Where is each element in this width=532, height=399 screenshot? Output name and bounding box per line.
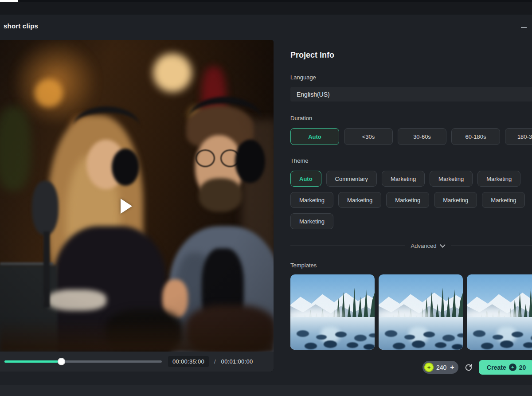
templates-row [290, 274, 532, 350]
templates-label: Templates [290, 262, 532, 270]
add-credits-button[interactable]: + [449, 364, 454, 372]
credits-value: 240 [436, 364, 446, 371]
dialog-header: short clips [0, 15, 532, 40]
create-cost: 20 [519, 364, 526, 371]
minimize-button[interactable] [520, 23, 528, 31]
duration-options: Auto <30s 30-60s 60-180s 180-300s [290, 128, 532, 145]
play-icon[interactable] [121, 199, 132, 214]
project-info-panel: Project info Language English(US) Durati… [290, 40, 532, 375]
credits-badge[interactable]: + 240 + [422, 361, 458, 374]
video-frame [0, 40, 274, 352]
template-thumbnail[interactable] [467, 274, 532, 350]
time-separator: / [214, 358, 216, 365]
seek-handle[interactable] [58, 358, 65, 365]
panel-footer: + 240 + Create + 20 [290, 360, 532, 375]
seek-bar[interactable] [4, 360, 162, 363]
theme-option-marketing[interactable]: Marketing [477, 171, 520, 187]
duration-option-auto[interactable]: Auto [290, 128, 339, 145]
divider-line [290, 246, 405, 246]
create-label: Create [487, 364, 506, 371]
theme-option-marketing[interactable]: Marketing [290, 213, 333, 229]
theme-option-marketing[interactable]: Marketing [382, 171, 425, 187]
coin-icon: + [424, 363, 434, 372]
theme-options: Auto Commentary Marketing Marketing Mark… [290, 171, 532, 229]
app-window: short clips [0, 0, 532, 399]
panel-title: Project info [290, 50, 532, 60]
language-select[interactable]: English(US) [290, 87, 532, 102]
theme-option-marketing[interactable]: Marketing [386, 192, 429, 208]
template-thumbnail[interactable] [290, 274, 375, 350]
advanced-label: Advanced [411, 243, 437, 249]
duration-option-30-60s[interactable]: 30-60s [398, 128, 446, 145]
create-button[interactable]: Create + 20 [479, 360, 532, 375]
refresh-icon [464, 363, 473, 372]
chevron-down-icon [440, 242, 446, 248]
duration-option-180-300s[interactable]: 180-300s [505, 128, 532, 145]
duration-label: Duration [290, 114, 532, 122]
minimize-icon [521, 27, 527, 28]
divider-line [451, 246, 532, 246]
duration-option-30s[interactable]: <30s [344, 128, 393, 145]
refresh-button[interactable] [464, 363, 473, 372]
theme-option-marketing[interactable]: Marketing [430, 171, 473, 187]
theme-option-auto[interactable]: Auto [290, 171, 321, 187]
advanced-toggle[interactable]: Advanced [290, 242, 532, 250]
theme-option-commentary[interactable]: Commentary [326, 171, 377, 187]
language-value: English(US) [297, 91, 330, 98]
language-label: Language [290, 74, 532, 82]
theme-option-marketing[interactable]: Marketing [338, 192, 381, 208]
duration-option-60-180s[interactable]: 60-180s [451, 128, 500, 145]
theme-option-marketing[interactable]: Marketing [434, 192, 477, 208]
theme-option-marketing[interactable]: Marketing [290, 192, 333, 208]
app-background-bar [0, 2, 532, 15]
bottom-highlight [0, 396, 532, 399]
video-preview: 00:00:35:00 / 00:01:00:00 [0, 40, 274, 372]
app-bottom-bar [0, 385, 532, 396]
short-clips-dialog: short clips [0, 15, 532, 385]
dialog-title: short clips [4, 22, 38, 30]
template-thumbnail[interactable] [379, 274, 463, 350]
coin-icon-dark: + [509, 364, 516, 371]
theme-label: Theme [290, 157, 532, 165]
player-controls: 00:00:35:00 / 00:01:00:00 [0, 352, 274, 372]
theme-option-marketing[interactable]: Marketing [482, 192, 525, 208]
total-time: 00:01:00:00 [221, 358, 253, 365]
current-time: 00:00:35:00 [168, 356, 209, 367]
seek-fill [4, 360, 58, 363]
